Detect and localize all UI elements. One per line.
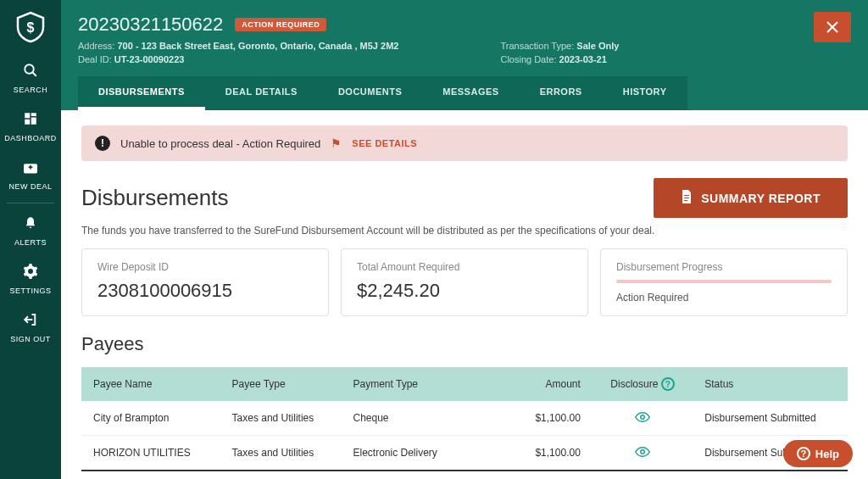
tab-bar: DISBURSEMENTS DEAL DETAILS DOCUMENTS MES…: [78, 76, 851, 110]
svg-rect-6: [25, 120, 30, 125]
svg-text:$: $: [27, 20, 35, 35]
see-details-link[interactable]: SEE DETAILS: [352, 138, 417, 148]
cell-type: Taxes and Utilities: [220, 436, 342, 471]
help-button[interactable]: ? Help: [783, 440, 853, 467]
deal-title: 20230321150622: [78, 14, 223, 36]
wire-deposit-label: Wire Deposit ID: [97, 261, 313, 273]
flag-icon: ⚑: [331, 136, 342, 150]
txtype-label: Transaction Type:: [500, 41, 574, 51]
nav-search[interactable]: SEARCH: [0, 54, 61, 103]
cell-payment: Electronic Delivery: [342, 436, 514, 471]
table-row: HORIZON UTILITIES Taxes and Utilities El…: [81, 436, 848, 471]
total-amount-card: Total Amount Required $2,245.20: [341, 248, 588, 316]
svg-rect-3: [25, 113, 30, 118]
col-amount: Amount: [514, 367, 593, 401]
subtotal-label: SUBTOTAL: [342, 471, 514, 479]
total-amount-label: Total Amount Required: [357, 261, 572, 273]
nav-separator: [7, 203, 54, 203]
table-row: City of Brampton Taxes and Utilities Che…: [81, 401, 848, 436]
eye-icon[interactable]: [635, 446, 650, 460]
nav-alerts[interactable]: ALERTS: [0, 207, 61, 255]
tab-errors[interactable]: ERRORS: [520, 76, 603, 110]
subtotal-row: SUBTOTAL $2,200.00: [81, 471, 848, 479]
nav-label: ALERTS: [14, 238, 47, 247]
cell-amount: $1,100.00: [514, 436, 593, 471]
summary-report-button[interactable]: SUMMARY REPORT: [654, 178, 848, 218]
nav-label: SIGN OUT: [10, 335, 51, 343]
search-icon: [23, 63, 38, 82]
progress-card: Disbursement Progress Action Required: [600, 248, 848, 316]
page-title: Disbursements: [81, 185, 228, 211]
nav-label: DASHBOARD: [4, 134, 57, 142]
tab-deal-details[interactable]: DEAL DETAILS: [205, 76, 318, 110]
nav-label: SETTINGS: [9, 287, 51, 295]
col-payment-type: Payment Type: [342, 367, 514, 401]
app-logo: $: [14, 10, 47, 44]
col-payee-type: Payee Type: [220, 367, 342, 401]
progress-label: Disbursement Progress: [616, 261, 832, 273]
svg-point-15: [641, 415, 645, 420]
progress-status: Action Required: [616, 292, 832, 304]
deal-header: 20230321150622 ACTION REQUIRED Address: …: [61, 0, 868, 110]
alert-message: Unable to process deal - Action Required: [120, 137, 320, 150]
help-question-icon: ?: [797, 447, 810, 460]
svg-point-16: [641, 450, 645, 454]
help-label: Help: [815, 448, 839, 460]
wire-deposit-value: 2308100006915: [97, 280, 313, 302]
payees-table: Payee Name Payee Type Payment Type Amoun…: [81, 367, 848, 479]
svg-line-2: [32, 72, 36, 76]
svg-rect-4: [31, 113, 36, 116]
nav-sign-out[interactable]: SIGN OUT: [0, 304, 61, 352]
sign-out-icon: [23, 312, 38, 331]
alert-banner: ! Unable to process deal - Action Requir…: [81, 125, 848, 161]
svg-rect-9: [30, 165, 31, 170]
action-required-badge: ACTION REQUIRED: [235, 18, 326, 31]
tab-documents[interactable]: DOCUMENTS: [318, 76, 422, 110]
subtotal-amount: $2,200.00: [514, 471, 593, 479]
cell-name: City of Brampton: [81, 401, 220, 436]
svg-rect-5: [31, 118, 36, 125]
col-payee-name: Payee Name: [81, 367, 220, 401]
close-button[interactable]: [814, 12, 851, 42]
closing-label: Closing Date:: [500, 54, 556, 64]
dealid-label: Deal ID:: [78, 54, 112, 64]
col-disclosure: Disclosure ?: [593, 367, 693, 401]
alert-icon: !: [95, 136, 110, 151]
cell-status: Disbursement Submitted: [693, 401, 848, 436]
document-icon: [681, 190, 693, 206]
tab-messages[interactable]: MESSAGES: [422, 76, 519, 110]
nav-new-deal[interactable]: NEW DEAL: [0, 151, 61, 199]
col-status: Status: [693, 367, 848, 401]
content-area: ! Unable to process deal - Action Requir…: [61, 110, 868, 479]
main-area: 20230321150622 ACTION REQUIRED Address: …: [61, 0, 868, 479]
bell-icon: [24, 215, 37, 235]
cell-amount: $1,100.00: [514, 401, 593, 436]
svg-rect-14: [684, 200, 687, 201]
progress-bar: [616, 280, 832, 283]
svg-rect-13: [684, 198, 689, 198]
cell-name: HORIZON UTILITIES: [81, 436, 220, 471]
payees-title: Payees: [81, 333, 848, 355]
eye-icon[interactable]: [635, 411, 650, 425]
wire-deposit-card: Wire Deposit ID 2308100006915: [81, 248, 329, 316]
txtype-value: Sale Only: [576, 41, 619, 51]
closing-value: 2023-03-21: [559, 54, 607, 64]
tab-disbursements[interactable]: DISBURSEMENTS: [78, 76, 205, 110]
address-label: Address:: [78, 41, 114, 51]
page-subtitle: The funds you have transferred to the Su…: [81, 225, 848, 237]
address-value: 700 - 123 Back Street East, Goronto, Ont…: [117, 41, 398, 51]
nav-dashboard[interactable]: DASHBOARD: [0, 103, 61, 151]
new-deal-icon: [22, 159, 39, 179]
help-icon[interactable]: ?: [661, 377, 675, 391]
summary-report-label: SUMMARY REPORT: [701, 192, 821, 205]
cell-type: Taxes and Utilities: [220, 401, 342, 436]
nav-label: NEW DEAL: [8, 182, 52, 191]
total-amount-value: $2,245.20: [357, 280, 572, 302]
nav-label: SEARCH: [14, 86, 48, 94]
sidebar: $ SEARCH DASHBOARD NEW DEAL ALERTS SETTI…: [0, 0, 61, 479]
dashboard-icon: [23, 111, 38, 131]
nav-settings[interactable]: SETTINGS: [0, 255, 61, 304]
gear-icon: [23, 264, 38, 283]
tab-history[interactable]: HISTORY: [603, 76, 687, 110]
svg-rect-12: [684, 195, 689, 196]
